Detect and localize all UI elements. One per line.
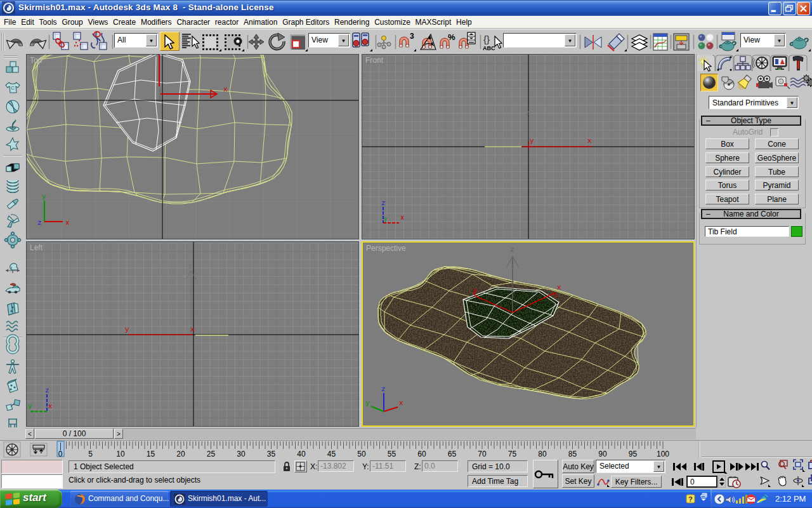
- svg-text:y: y: [28, 403, 32, 410]
- svg-text:35: 35: [267, 450, 276, 458]
- svg-text:5: 5: [88, 450, 93, 458]
- svg-text:ABC: ABC: [483, 45, 495, 51]
- svg-text:x: x: [399, 399, 403, 407]
- svg-text:25: 25: [207, 450, 216, 458]
- svg-text:20: 20: [176, 450, 185, 458]
- svg-text:z: z: [526, 109, 530, 117]
- svg-text:y: y: [530, 137, 534, 145]
- svg-text:80: 80: [538, 450, 547, 458]
- svg-text:?: ?: [688, 495, 693, 503]
- svg-text:x: x: [223, 86, 228, 93]
- svg-text:z: z: [45, 387, 49, 394]
- svg-text:y: y: [125, 326, 129, 333]
- svg-text:60: 60: [417, 450, 426, 458]
- svg-text:y: y: [365, 399, 370, 407]
- svg-text:90: 90: [598, 450, 607, 458]
- svg-text:3: 3: [410, 32, 414, 41]
- svg-text:40: 40: [297, 450, 306, 458]
- svg-text:x: x: [48, 403, 52, 410]
- svg-text:x: x: [65, 219, 70, 227]
- svg-text:{}: {}: [483, 34, 490, 44]
- svg-text:y: y: [473, 286, 478, 294]
- svg-text:x: x: [587, 137, 592, 145]
- svg-text:100: 100: [657, 450, 669, 458]
- svg-text:75: 75: [508, 450, 517, 458]
- svg-text:z: z: [381, 199, 386, 207]
- svg-text:z: z: [37, 219, 42, 227]
- svg-text:0: 0: [58, 450, 63, 458]
- svg-text:50: 50: [357, 450, 366, 458]
- svg-text:C: C: [11, 85, 15, 91]
- svg-text:x: x: [190, 326, 195, 333]
- svg-text:65: 65: [448, 450, 457, 458]
- svg-text:30: 30: [237, 450, 246, 458]
- svg-text:x: x: [557, 284, 561, 291]
- svg-text:70: 70: [478, 450, 487, 458]
- svg-text:95: 95: [629, 450, 638, 458]
- svg-text:85: 85: [568, 450, 577, 458]
- svg-text:z: z: [510, 246, 514, 253]
- svg-text:55: 55: [388, 450, 396, 458]
- svg-text:10: 10: [116, 450, 125, 458]
- svg-text:z: z: [381, 385, 386, 393]
- svg-text:15: 15: [147, 450, 155, 458]
- svg-text:45: 45: [327, 450, 336, 458]
- svg-text:z: z: [188, 263, 193, 271]
- svg-text:y: y: [42, 193, 46, 201]
- svg-text:%: %: [448, 32, 455, 42]
- svg-text:x: x: [400, 214, 405, 222]
- svg-text:y: y: [384, 216, 388, 223]
